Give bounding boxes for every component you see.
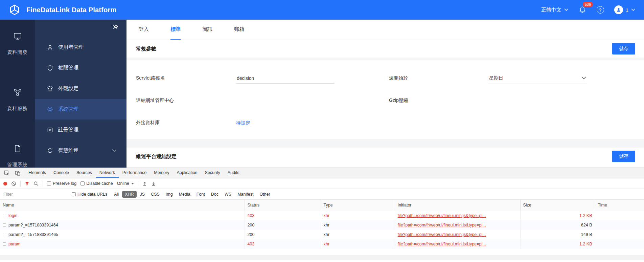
- request-name: param: [8, 242, 20, 246]
- help-glyph: ?: [599, 7, 602, 13]
- request-time: [595, 211, 644, 220]
- notifications-button[interactable]: 536: [578, 6, 586, 14]
- filter-type-xhr[interactable]: XHR: [122, 191, 136, 198]
- tab-sms[interactable]: 簡訊: [202, 20, 212, 40]
- search-icon[interactable]: [33, 181, 39, 186]
- filter-input[interactable]: [3, 192, 68, 197]
- help-button[interactable]: ?: [597, 6, 604, 14]
- initiator-link[interactable]: file?path=/com/fr/web/ui/fineui.min.js&t…: [398, 223, 486, 227]
- device-toolbar-icon[interactable]: [12, 168, 23, 178]
- save-button[interactable]: 儲存: [612, 43, 635, 54]
- unpin-icon[interactable]: [112, 24, 118, 30]
- disable-cache-checkbox[interactable]: Disable cache: [80, 181, 113, 186]
- network-filter-bar: Hide data URLs All XHR JS CSS Img Media …: [0, 189, 644, 200]
- rail-item-data-services[interactable]: 資料服務: [7, 88, 28, 112]
- servlet-path-input[interactable]: [236, 73, 335, 84]
- devtools-tab-memory[interactable]: Memory: [150, 168, 173, 178]
- column-header-initiator[interactable]: Initiator: [395, 200, 520, 211]
- sidebar-item-user-management[interactable]: 使用者管理: [35, 37, 127, 58]
- initiator-link[interactable]: file?path=/com/fr/web/ui/fineui.min.js&t…: [398, 213, 486, 218]
- document-icon: [13, 144, 22, 153]
- external-db-label: 外接資料庫: [136, 120, 236, 126]
- devtools-tab-application[interactable]: Application: [173, 168, 201, 178]
- rail-item-label: 管理系統: [7, 162, 28, 168]
- resource-icon: [3, 242, 6, 246]
- table-row[interactable]: param 403 xhr file?path=/com/fr/web/ui/f…: [0, 239, 644, 249]
- devtools-tab-console[interactable]: Console: [50, 168, 73, 178]
- filter-type-js[interactable]: JS: [137, 191, 148, 198]
- section-title: 維運平台連結設定: [136, 153, 177, 160]
- app-title: FineDataLink Data Platform: [26, 6, 116, 14]
- hide-data-urls-checkbox[interactable]: Hide data URLs: [72, 192, 107, 197]
- language-selector[interactable]: 正體中文: [541, 7, 568, 13]
- save-button[interactable]: 儲存: [612, 151, 635, 162]
- inspect-element-icon[interactable]: [1, 168, 12, 178]
- devtools-tab-sources[interactable]: Sources: [73, 168, 96, 178]
- sidebar-item-permission-management[interactable]: 權限管理: [35, 58, 127, 78]
- filter-type-doc[interactable]: Doc: [208, 191, 221, 198]
- user-menu[interactable]: 1: [614, 5, 635, 14]
- filter-type-ws[interactable]: WS: [222, 191, 234, 198]
- devtools-tab-audits[interactable]: Audits: [224, 168, 243, 178]
- filter-type-css[interactable]: CSS: [148, 191, 162, 198]
- servlet-path-label: Servlet路徑名: [136, 75, 236, 81]
- tab-standard[interactable]: 標準: [170, 20, 181, 40]
- filter-type-font[interactable]: Font: [194, 191, 208, 198]
- filter-icon[interactable]: [25, 181, 29, 186]
- column-header-name[interactable]: Name: [0, 200, 245, 211]
- smart-ops-icon: [47, 148, 53, 154]
- column-header-type[interactable]: Type: [321, 200, 395, 211]
- filter-type-all[interactable]: All: [111, 191, 121, 198]
- tab-login[interactable]: 登入: [139, 20, 149, 40]
- week-start-select[interactable]: 星期日: [488, 73, 587, 84]
- disable-cache-label: Disable cache: [86, 181, 113, 186]
- clear-icon[interactable]: [11, 181, 16, 186]
- table-row[interactable]: login 403 xhr file?path=/com/fr/web/ui/f…: [0, 211, 644, 220]
- gzip-label: Gzip壓縮: [389, 97, 488, 104]
- network-throttling-select[interactable]: Online: [117, 181, 134, 186]
- sidebar-item-label: 使用者管理: [58, 44, 84, 50]
- nodes-icon: [13, 88, 22, 97]
- sidebar-item-smart-ops[interactable]: 智慧維運: [35, 140, 127, 161]
- filter-type-img[interactable]: Img: [163, 191, 176, 198]
- record-button[interactable]: [3, 182, 7, 185]
- table-row[interactable]: param?_=1571883391465 200 xhr file?path=…: [0, 230, 644, 239]
- external-db-link[interactable]: 待設定: [236, 120, 250, 126]
- user-icon: [47, 44, 53, 50]
- request-size: 624 B: [520, 220, 595, 230]
- resource-icon: [3, 223, 6, 227]
- devtools-tab-performance[interactable]: Performance: [119, 168, 151, 178]
- sidebar-item-system-management[interactable]: 系統管理: [35, 99, 127, 119]
- devtools-panel: Elements Console Sources Network Perform…: [0, 168, 644, 262]
- rail-item-data-development[interactable]: 資料開發: [7, 32, 28, 56]
- table-row[interactable]: param?_=1571883391464 200 xhr file?path=…: [0, 220, 644, 230]
- filter-type-other[interactable]: Other: [257, 191, 273, 198]
- sidebar-item-registration-management[interactable]: 註冊管理: [35, 119, 127, 140]
- request-type: xhr: [321, 211, 395, 220]
- initiator-link[interactable]: file?path=/com/fr/web/ui/fineui.min.js&t…: [398, 242, 486, 246]
- rail-item-management[interactable]: 管理系統: [7, 144, 28, 168]
- filter-type-media[interactable]: Media: [176, 191, 193, 198]
- sidebar-item-label: 外觀設定: [58, 85, 78, 92]
- devtools-tab-security[interactable]: Security: [201, 168, 224, 178]
- section-divider: [127, 139, 644, 148]
- request-type: xhr: [321, 239, 395, 249]
- filter-type-manifest[interactable]: Manifest: [235, 191, 256, 198]
- column-header-time[interactable]: Time: [595, 200, 644, 211]
- sidebar-item-appearance-settings[interactable]: 外觀設定: [35, 78, 127, 99]
- sidebar-item-label: 權限管理: [58, 65, 78, 71]
- app-logo-icon: [8, 3, 21, 16]
- request-size: 1.2 KB: [520, 211, 595, 220]
- column-header-status[interactable]: Status: [245, 200, 321, 211]
- devtools-tab-elements[interactable]: Elements: [25, 168, 50, 178]
- notification-badge: 536: [583, 2, 593, 7]
- column-header-size[interactable]: Size: [520, 200, 595, 211]
- export-har-icon[interactable]: [151, 181, 156, 186]
- initiator-link[interactable]: file?path=/com/fr/web/ui/fineui.min.js&t…: [398, 232, 486, 237]
- general-params-form: Servlet路徑名 週開始於 星期日 連結網址管理中心 Gzip壓縮 外接資料…: [127, 60, 644, 134]
- import-har-icon[interactable]: [142, 181, 147, 186]
- avatar: [614, 5, 623, 14]
- preserve-log-checkbox[interactable]: Preserve log: [47, 181, 76, 186]
- tab-email[interactable]: 郵箱: [234, 20, 244, 40]
- devtools-tab-network[interactable]: Network: [96, 168, 119, 178]
